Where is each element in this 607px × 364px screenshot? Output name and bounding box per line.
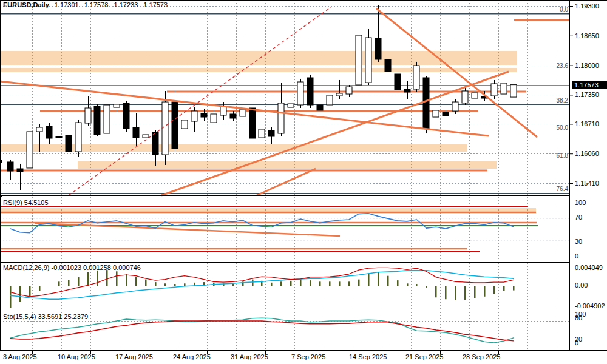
price-axis-label: 1.17350 [575, 91, 599, 99]
price-axis[interactable] [569, 0, 607, 350]
fib-level-label: 61.8 [557, 152, 568, 159]
rsi-axis-label: 0 [575, 252, 578, 260]
rsi-header: RSI(9) 54.5105 [3, 199, 49, 207]
rsi-value: 54.5105 [24, 199, 49, 206]
fib-level-label: 0.0 [560, 6, 568, 13]
macd-value-2: 0.001258 [83, 264, 111, 271]
fib-level-label: 23.6 [557, 62, 568, 69]
date-label: 17 Aug 2025 [115, 353, 153, 361]
macd-value-1: -0.001023 [51, 264, 81, 271]
date-label: 10 Aug 2025 [58, 353, 95, 361]
sto-d-value: 25.2379 [64, 313, 88, 320]
low-value: 1.17233 [114, 1, 138, 8]
chart-window: EURUSD,Daily 1.17301 1.17578 1.17233 1.1… [0, 0, 607, 364]
fib-level-label: 50.0 [557, 124, 568, 131]
rsi-label: RSI(9) [3, 199, 22, 206]
quote-bar: EURUSD,Daily 1.17301 1.17578 1.17233 1.1… [3, 1, 171, 9]
main-chart-area[interactable] [0, 0, 569, 195]
rsi-axis-label: 70 [575, 214, 582, 221]
price-axis-label: 1.18000 [575, 62, 599, 70]
date-label: 3 Aug 2025 [3, 353, 37, 361]
macd-axis-label: -0.004902 [575, 302, 605, 310]
sto-k-value: 33.5691 [38, 313, 62, 320]
price-axis-label: 1.19300 [575, 2, 599, 10]
fib-level-label: 38.2 [557, 97, 568, 104]
date-label: 21 Sep 2025 [405, 353, 443, 361]
fib-level-label: 76.4 [557, 186, 568, 192]
high-value: 1.17578 [84, 1, 109, 8]
price-axis-label: 1.18650 [575, 32, 599, 40]
sto-header: Sto(15,5,4) 33.5691 25.2379 [3, 313, 88, 321]
rsi-axis-label: 30 [575, 238, 582, 246]
date-label: 31 Aug 2025 [231, 353, 268, 361]
date-label: 28 Sep 2025 [463, 353, 500, 361]
close-value: 1.17573 [143, 1, 168, 8]
date-label: 24 Aug 2025 [173, 353, 211, 361]
date-label: 14 Sep 2025 [349, 353, 387, 361]
sto-axis-label: 80 [575, 314, 582, 322]
price-axis-label: 1.16060 [575, 150, 599, 158]
sto-axis-label: 0 [575, 339, 578, 347]
date-label: 7 Sep 2025 [291, 353, 325, 361]
macd-label: MACD(12,26,9) [3, 264, 49, 271]
price-axis-label: 1.15410 [575, 180, 599, 187]
macd-value-3: 0.000746 [113, 264, 141, 271]
macd-axis-label: 0.00 [575, 281, 588, 289]
current-price-tag: 1.17573 [572, 81, 607, 89]
rsi-axis-label: 100 [575, 199, 586, 207]
price-axis-label: 1.16710 [575, 120, 599, 128]
sto-label: Sto(15,5,4) [3, 313, 36, 320]
open-value: 1.17301 [55, 1, 79, 8]
macd-header: MACD(12,26,9) -0.001023 0.001258 0.00074… [3, 264, 141, 272]
macd-axis-label: 0.004049 [575, 264, 603, 272]
rsi-panel-area[interactable] [0, 197, 569, 260]
symbol-period-label: EURUSD,Daily [3, 1, 49, 8]
